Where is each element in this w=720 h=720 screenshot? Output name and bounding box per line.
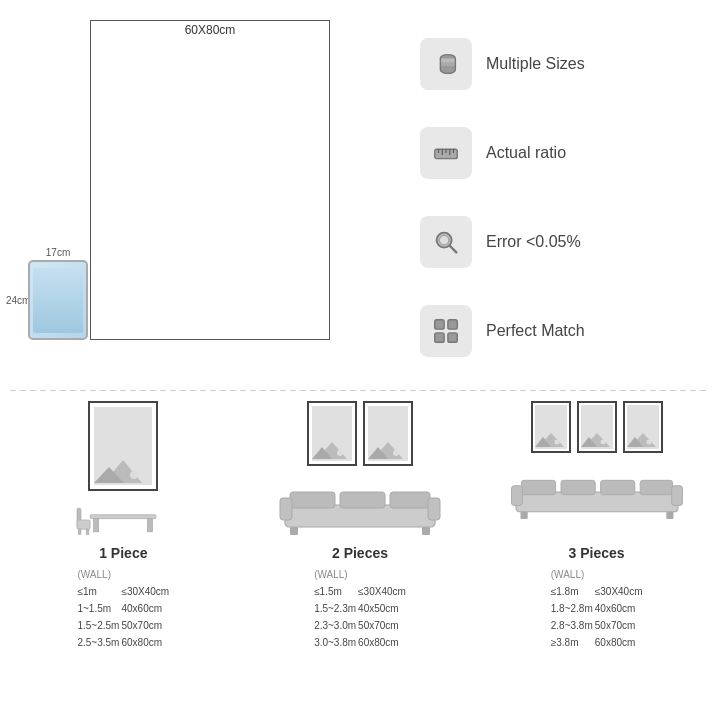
range-3-4: ≥3.8m (551, 635, 593, 650)
illustration-3-pieces (497, 401, 697, 541)
frame-2b (363, 401, 413, 466)
magnifier-icon (420, 216, 472, 268)
svg-rect-48 (521, 480, 555, 494)
size-1-4: 60x80cm (121, 635, 169, 650)
svg-rect-52 (511, 486, 522, 506)
svg-rect-51 (640, 480, 672, 494)
svg-rect-11 (448, 319, 457, 328)
features-panel: Multiple Sizes Actual ratio (390, 10, 710, 385)
svg-rect-33 (390, 492, 430, 508)
wall-label-3: (WALL) (551, 567, 593, 582)
svg-rect-22 (79, 529, 82, 534)
feature-actual-ratio: Actual ratio (420, 127, 700, 179)
size-1-1: ≤30X40cm (121, 584, 169, 599)
size-2-3: 50x70cm (358, 618, 406, 633)
svg-rect-31 (290, 492, 335, 508)
wall-title-2: 2 Pieces (312, 545, 408, 561)
ipad-width-label: 17cm (46, 247, 70, 258)
svg-rect-34 (280, 498, 292, 520)
illustration-2-pieces (260, 401, 460, 541)
wall-info-1-piece: 1 Piece (WALL) ≤1m≤30X40cm 1~1.5m40x60cm… (75, 545, 171, 652)
size-1-3: 50x70cm (121, 618, 169, 633)
size-3-1: ≤30X40cm (595, 584, 643, 599)
wall-label-1: (WALL) (77, 567, 119, 582)
error-label: Error <0.05% (486, 233, 581, 251)
size-2-2: 40x50cm (358, 601, 406, 616)
svg-rect-37 (422, 527, 430, 535)
multiple-sizes-label: Multiple Sizes (486, 55, 585, 73)
wall-table-1: (WALL) ≤1m≤30X40cm 1~1.5m40x60cm 1.5~2.5… (75, 565, 171, 652)
frame-inner-1 (94, 407, 152, 485)
range-3-1: ≤1.8m (551, 584, 593, 599)
size-2-1: ≤30X40cm (358, 584, 406, 599)
svg-rect-12 (435, 333, 444, 342)
range-1-3: 1.5~2.5m (77, 618, 119, 633)
sofa-1-piece (33, 495, 213, 541)
svg-rect-18 (94, 519, 99, 532)
feature-error: Error <0.05% (420, 216, 700, 268)
frame-3b (577, 401, 617, 453)
frame-3a (531, 401, 571, 453)
frame-inner-3b (581, 405, 613, 449)
frame-inner-2a (312, 406, 352, 461)
wall-table-2: (WALL) ≤1.5m≤30X40cm 1.5~2.3m40x50cm 2.3… (312, 565, 408, 652)
size-box-0: 60X80cm (90, 20, 330, 340)
range-1-4: 2.5~3.5m (77, 635, 119, 650)
grid-icon (420, 305, 472, 357)
svg-rect-35 (428, 498, 440, 520)
range-1-2: 1~1.5m (77, 601, 119, 616)
range-3-2: 1.8~2.8m (551, 601, 593, 616)
svg-rect-49 (561, 480, 595, 494)
ipad-reference: 17cm 24cm (28, 247, 88, 340)
wall-title-3: 3 Pieces (549, 545, 645, 561)
svg-rect-21 (77, 520, 90, 529)
svg-rect-32 (340, 492, 385, 508)
svg-rect-23 (87, 529, 90, 534)
wall-table-3: (WALL) ≤1.8m≤30X40cm 1.8~2.8m40x60cm 2.8… (549, 565, 645, 652)
frame-inner-3a (535, 405, 567, 449)
range-2-4: 3.0~3.8m (314, 635, 356, 650)
illustration-1-piece (23, 401, 223, 541)
frame-3c (623, 401, 663, 453)
svg-rect-36 (290, 527, 298, 535)
ipad-height-label: 24cm (6, 295, 30, 306)
sofa-2-pieces (270, 470, 450, 540)
range-2-1: ≤1.5m (314, 584, 356, 599)
wall-info-3-pieces: 3 Pieces (WALL) ≤1.8m≤30X40cm 1.8~2.8m40… (549, 545, 645, 652)
svg-rect-53 (671, 486, 682, 506)
size-chart: 17cm 24cm 60X80cm50x70cm40x60cm40x50cm30… (10, 10, 390, 380)
size-3-4: 60x80cm (595, 635, 643, 650)
svg-rect-55 (666, 512, 673, 519)
ipad-image (28, 260, 88, 340)
size-2-4: 60x80cm (358, 635, 406, 650)
frame-2a (307, 401, 357, 466)
wall-info-2-pieces: 2 Pieces (WALL) ≤1.5m≤30X40cm 1.5~2.3m40… (312, 545, 408, 652)
svg-rect-13 (448, 333, 457, 342)
size-3-3: 50x70cm (595, 618, 643, 633)
size-3-2: 40x60cm (595, 601, 643, 616)
feature-perfect-match: Perfect Match (420, 305, 700, 357)
wall-item-2-pieces: 2 Pieces (WALL) ≤1.5m≤30X40cm 1.5~2.3m40… (250, 401, 470, 716)
actual-ratio-label: Actual ratio (486, 144, 566, 162)
wall-item-3-pieces: 3 Pieces (WALL) ≤1.8m≤30X40cm 1.8~2.8m40… (487, 401, 707, 716)
frame-inner-2b (368, 406, 408, 461)
svg-point-43 (600, 440, 605, 445)
frame-inner-3c (627, 405, 659, 449)
size-1-2: 40x60cm (121, 601, 169, 616)
svg-point-26 (337, 450, 343, 456)
svg-point-16 (130, 471, 138, 479)
range-3-3: 2.8~3.8m (551, 618, 593, 633)
wall-guide-section: 1 Piece (WALL) ≤1m≤30X40cm 1~1.5m40x60cm… (0, 391, 720, 720)
range-2-2: 1.5~2.3m (314, 601, 356, 616)
svg-rect-50 (600, 480, 634, 494)
svg-rect-54 (520, 512, 527, 519)
wall-title-1: 1 Piece (75, 545, 171, 561)
sofa-3-pieces (507, 457, 687, 527)
range-2-3: 2.3~3.0m (314, 618, 356, 633)
svg-point-40 (554, 440, 559, 445)
wall-label-2: (WALL) (314, 567, 356, 582)
feature-multiple-sizes: Multiple Sizes (420, 38, 700, 90)
size-label-0: 60X80cm (185, 23, 236, 37)
svg-rect-19 (148, 519, 153, 532)
svg-point-29 (393, 450, 399, 456)
